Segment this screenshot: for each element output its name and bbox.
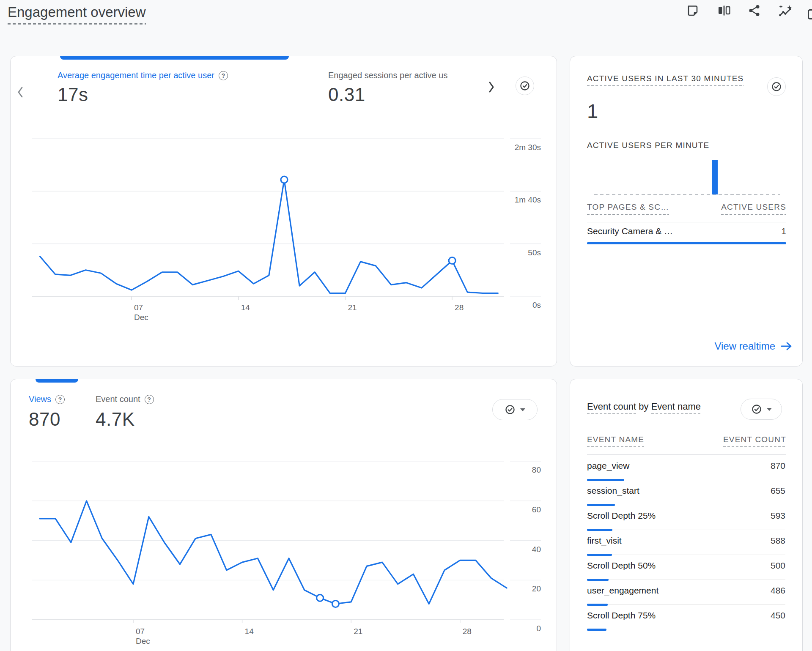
tab-avg-engagement-time[interactable]: Average engagement time per active user … (58, 71, 228, 80)
event-count: 593 (771, 511, 785, 521)
event-row: Scroll Depth 75%450 (587, 606, 785, 631)
share-icon[interactable] (747, 3, 762, 18)
svg-text:28: 28 (455, 303, 464, 312)
svg-text:80: 80 (532, 465, 541, 474)
column-header[interactable]: ACTIVE USERS (721, 202, 786, 215)
per-minute-label: ACTIVE USERS PER MINUTE (587, 141, 709, 150)
row-divider (624, 480, 785, 480)
carousel-prev-button[interactable] (16, 86, 24, 100)
event-count-bar (587, 554, 612, 556)
checked-status-dropdown[interactable] (492, 399, 538, 420)
column-header[interactable]: TOP PAGES & SC… (587, 202, 669, 215)
svg-text:14: 14 (245, 627, 254, 636)
svg-text:14: 14 (241, 303, 250, 312)
event-name: first_visit (587, 536, 622, 546)
event-name: page_view (587, 461, 629, 471)
svg-text:60: 60 (532, 505, 541, 514)
event-count: 500 (771, 561, 785, 571)
events-header-row: EVENT NAME EVENT COUNT (587, 435, 786, 447)
svg-text:21: 21 (354, 627, 362, 636)
title-metric[interactable]: Event count (587, 401, 636, 414)
selected-tab-indicator (36, 379, 78, 383)
engagement-time-card: Average engagement time per active user … (10, 56, 557, 367)
views-chart: 02040608007Dec142128 (11, 379, 557, 651)
help-icon[interactable]: ? (145, 395, 154, 404)
tab-views[interactable]: Views ? (29, 394, 65, 404)
event-count: 450 (771, 610, 785, 621)
event-row: session_start655 (587, 481, 785, 506)
column-header[interactable]: EVENT NAME (587, 435, 644, 447)
realtime-title: ACTIVE USERS IN LAST 30 MINUTES (587, 74, 744, 86)
svg-text:Dec: Dec (136, 637, 150, 646)
metric-label: Event count (96, 394, 140, 404)
engagement-time-chart: 0s50s1m 40s2m 30s07Dec142128 (11, 56, 557, 367)
event-count: 870 (771, 461, 785, 471)
svg-text:0s: 0s (532, 301, 541, 309)
event-name: Scroll Depth 25% (587, 511, 656, 521)
add-note-icon[interactable] (686, 3, 700, 18)
checked-status-button[interactable] (767, 77, 786, 96)
help-icon[interactable]: ? (219, 71, 228, 80)
metric-label: Engaged sessions per active us (328, 71, 447, 80)
event-row: Scroll Depth 50%500 (587, 556, 785, 581)
checked-status-dropdown[interactable] (741, 399, 782, 420)
insights-icon[interactable] (778, 3, 793, 18)
row-divider (612, 555, 785, 555)
metric-value: 17s (58, 84, 88, 105)
tab-engaged-sessions[interactable]: Engaged sessions per active us (328, 71, 490, 80)
event-row: Scroll Depth 25%593 (587, 506, 785, 531)
title-dimension[interactable]: Event name (651, 401, 701, 414)
active-users-value: 1 (587, 99, 598, 123)
column-header[interactable]: EVENT COUNT (723, 435, 786, 447)
link-label: View realtime (714, 340, 775, 352)
row-divider (609, 580, 785, 580)
carousel-next-button[interactable] (488, 81, 495, 95)
row-value-bar (587, 242, 786, 244)
svg-text:50s: 50s (528, 248, 541, 257)
metric-value: 870 (29, 409, 60, 430)
svg-text:Dec: Dec (134, 313, 148, 322)
event-name: session_start (587, 486, 639, 496)
active-users-minute-bar (712, 160, 718, 194)
sparkline-baseline (594, 194, 780, 195)
svg-text:07: 07 (134, 303, 143, 312)
row-divider (612, 530, 785, 530)
svg-text:1m 40s: 1m 40s (515, 195, 541, 204)
row-divider (608, 604, 785, 605)
event-row: user_engagement486 (587, 581, 785, 606)
divider (587, 222, 786, 222)
check-circle-icon (751, 404, 762, 415)
view-realtime-link[interactable]: View realtime (714, 340, 793, 352)
event-count: 486 (771, 585, 785, 596)
title-join: by (639, 401, 648, 412)
event-count-bar (587, 579, 609, 581)
event-count: 588 (771, 536, 785, 546)
event-count-bar (587, 504, 615, 506)
compare-reports-icon[interactable] (716, 3, 731, 18)
event-count-bar (587, 529, 612, 531)
event-name: user_engagement (587, 585, 658, 596)
checked-status-button[interactable] (516, 77, 534, 95)
event-count-bar (587, 604, 608, 606)
metric-label: Views (29, 394, 51, 404)
svg-text:07: 07 (136, 627, 145, 636)
metric-value: 4.7K (96, 409, 135, 430)
realtime-card: ACTIVE USERS IN LAST 30 MINUTES 1 ACTIVE… (570, 56, 803, 367)
svg-text:20: 20 (532, 584, 541, 593)
svg-text:40: 40 (532, 545, 541, 554)
svg-text:21: 21 (348, 303, 357, 312)
table-row: Security Camera & … 1 (587, 226, 786, 236)
help-icon[interactable]: ? (55, 395, 65, 404)
svg-text:2m 30s: 2m 30s (515, 143, 541, 152)
metric-value: 0.31 (328, 84, 365, 105)
clipped-edge-icon[interactable] (808, 9, 812, 19)
chevron-down-icon (520, 408, 525, 411)
svg-text:0: 0 (536, 624, 541, 633)
chevron-down-icon (767, 408, 772, 411)
check-circle-icon (505, 404, 516, 415)
page-value: 1 (781, 226, 786, 236)
tab-event-count[interactable]: Event count ? (96, 394, 154, 404)
event-count: 655 (771, 486, 785, 496)
metric-label: Average engagement time per active user (58, 71, 214, 80)
engagement-overview-page: Engagement overview (0, 0, 812, 651)
